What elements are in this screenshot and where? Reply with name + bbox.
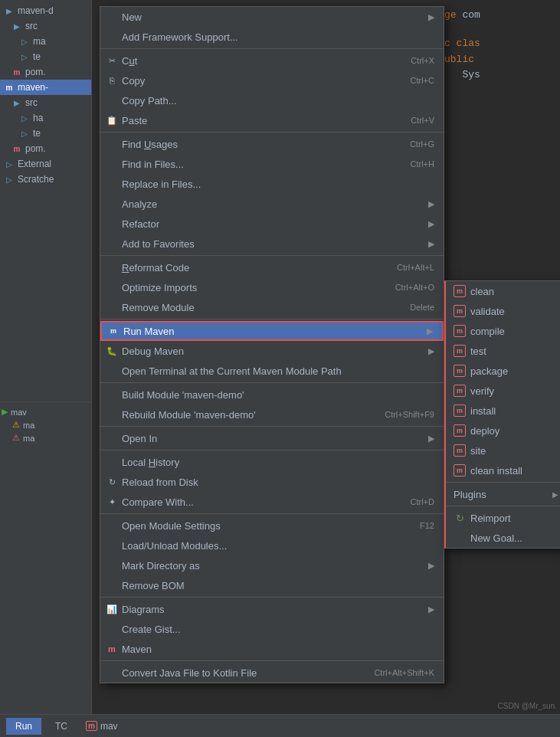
arrow-icon: ▶	[428, 561, 434, 571]
tree-item[interactable]: m pom.	[0, 141, 91, 156]
menu-item-open-in[interactable]: Open In ▶	[100, 428, 444, 448]
tree-item[interactable]: ▷ te	[0, 126, 91, 141]
arrow-icon: ▶	[428, 199, 434, 209]
tab-run[interactable]: Run	[6, 718, 41, 735]
menu-item-label: Paste	[122, 115, 395, 126]
menu-item-compare-with[interactable]: ✦ Compare With... Ctrl+D	[100, 492, 444, 512]
submenu-item-verify[interactable]: m verify	[446, 381, 560, 401]
submenu-item-install[interactable]: m install	[446, 401, 560, 421]
tree-item[interactable]: ▶ src	[0, 95, 91, 110]
submenu-item-clean[interactable]: m clean	[446, 281, 560, 301]
menu-item-remove-module[interactable]: Remove Module Delete	[100, 297, 444, 317]
tree-item[interactable]: m pom.	[0, 64, 91, 80]
folder-icon: ▷	[3, 173, 15, 185]
menu-item-replace-in-files[interactable]: Replace in Files...	[100, 174, 444, 194]
run-item-warning[interactable]: ⚠ ma	[2, 418, 90, 431]
folder-icon: ▷	[18, 51, 31, 63]
paste-icon: 📋	[105, 116, 119, 126]
maven-m-icon: m	[105, 644, 119, 653]
menu-item-optimize-imports[interactable]: Optimize Imports Ctrl+Alt+O	[100, 277, 444, 297]
menu-item-run-maven[interactable]: m Run Maven ▶	[100, 321, 444, 341]
menu-item-convert-java[interactable]: Convert Java File to Kotlin File Ctrl+Al…	[100, 663, 444, 683]
submenu-item-reimport[interactable]: ↻ Reimport	[446, 508, 560, 528]
submenu-item-label: compile	[470, 326, 505, 337]
tree-item[interactable]: ▶ maven-d	[0, 3, 91, 18]
menu-item-label: Reload from Disk	[122, 477, 434, 488]
warning-icon: ⚠	[12, 420, 20, 430]
menu-item-refactor[interactable]: Refactor ▶	[100, 214, 444, 234]
folder-icon: ▷	[18, 112, 31, 124]
tree-item[interactable]: ▷ ma	[0, 34, 91, 49]
menu-item-rebuild-module[interactable]: Rebuild Module 'maven-demo' Ctrl+Shift+F…	[100, 405, 444, 424]
menu-item-create-gist[interactable]: Create Gist...	[100, 619, 444, 639]
menu-item-reload-disk[interactable]: ↻ Reload from Disk	[100, 472, 444, 492]
menu-item-cut[interactable]: ✂ Cut Ctrl+X	[100, 51, 444, 70]
menu-item-load-unload[interactable]: Load/Unload Modules...	[100, 536, 444, 555]
menu-item-find-in-files[interactable]: Find in Files... Ctrl+H	[100, 154, 444, 174]
tree-item[interactable]: ▷ Scratche	[0, 172, 91, 187]
menu-item-analyze[interactable]: Analyze ▶	[100, 194, 444, 214]
tree-label: te	[33, 51, 41, 62]
tree-item[interactable]: ▶ src	[0, 18, 91, 34]
tree-label: pom.	[25, 143, 46, 154]
menu-item-label: Copy	[122, 75, 395, 87]
submenu-item-clean-install[interactable]: m clean install	[446, 460, 560, 480]
submenu-item-plugins[interactable]: Plugins ▶	[446, 484, 560, 504]
menu-item-label: Debug Maven	[122, 346, 422, 357]
maven-icon: m	[454, 345, 466, 357]
menu-item-local-history[interactable]: Local History	[100, 452, 444, 472]
menu-item-mark-directory[interactable]: Mark Directory as ▶	[100, 555, 444, 575]
menu-separator	[100, 48, 444, 49]
submenu-item-new-goal[interactable]: New Goal...	[446, 528, 560, 548]
menu-item-find-usages[interactable]: Find Usages Ctrl+G	[100, 134, 444, 154]
menu-item-copy-path[interactable]: Copy Path...	[100, 90, 444, 110]
menu-item-diagrams[interactable]: 📊 Diagrams ▶	[100, 599, 444, 619]
menu-item-build-module[interactable]: Build Module 'maven-demo'	[100, 385, 444, 405]
menu-item-open-module-settings[interactable]: Open Module Settings F12	[100, 516, 444, 536]
menu-separator	[100, 597, 444, 598]
submenu-item-label: package	[470, 365, 508, 377]
menu-item-remove-bom[interactable]: Remove BOM	[100, 575, 444, 595]
menu-item-label: Load/Unload Modules...	[122, 540, 434, 552]
watermark: CSDN @Mr_sun.	[498, 702, 557, 710]
menu-item-label: Mark Directory as	[122, 560, 422, 572]
maven-icon: m	[454, 444, 466, 457]
menu-separator	[100, 513, 444, 514]
play-icon: ▶	[2, 407, 8, 417]
menu-item-label: Rebuild Module 'maven-demo'	[122, 409, 369, 421]
menu-item-new[interactable]: New ▶	[100, 7, 444, 27]
submenu-item-label: clean	[470, 286, 494, 297]
maven-tab-icon: m	[86, 721, 97, 731]
submenu-item-package[interactable]: m package	[446, 361, 560, 381]
menu-item-debug-maven[interactable]: 🐛 Debug Maven ▶	[100, 341, 444, 361]
menu-item-paste[interactable]: 📋 Paste Ctrl+V	[100, 110, 444, 130]
submenu-item-test[interactable]: m test	[446, 341, 560, 361]
submenu-item-compile[interactable]: m compile	[446, 321, 560, 341]
shortcut-label: Ctrl+Alt+Shift+K	[374, 668, 434, 677]
menu-item-add-favorites[interactable]: Add to Favorites ▶	[100, 234, 444, 254]
menu-item-open-terminal[interactable]: Open Terminal at the Current Maven Modul…	[100, 361, 444, 381]
menu-item-copy[interactable]: ⎘ Copy Ctrl+C	[100, 70, 444, 90]
menu-item-reformat-code[interactable]: Reformat Code Ctrl+Alt+L	[100, 257, 444, 277]
copy-icon: ⎘	[105, 76, 119, 85]
menu-item-maven[interactable]: m Maven	[100, 639, 444, 659]
submenu-item-deploy[interactable]: m deploy	[446, 421, 560, 441]
folder-icon: ▷	[18, 127, 31, 139]
menu-item-add-framework[interactable]: Add Framework Support...	[100, 27, 444, 47]
submenu-item-site[interactable]: m site	[446, 441, 560, 460]
submenu-item-label: site	[470, 445, 486, 457]
menu-item-label: Convert Java File to Kotlin File	[122, 667, 359, 679]
tree-item[interactable]: ▷ ha	[0, 110, 91, 126]
tree-item[interactable]: ▷ te	[0, 49, 91, 64]
menu-separator	[100, 426, 444, 427]
tab-mav[interactable]: m mav	[78, 718, 126, 735]
menu-item-label: Diagrams	[122, 604, 422, 615]
shortcut-label: Ctrl+C	[411, 76, 434, 85]
run-item-error[interactable]: ⚠ ma	[2, 431, 90, 444]
menu-item-label: Add to Favorites	[122, 238, 422, 250]
tab-tc[interactable]: TC	[47, 718, 75, 735]
tree-item[interactable]: ▷ External	[0, 156, 91, 172]
tree-item-highlighted[interactable]: m maven-	[0, 80, 91, 95]
tree-label: maven-d	[18, 5, 54, 16]
submenu-item-validate[interactable]: m validate	[446, 301, 560, 321]
